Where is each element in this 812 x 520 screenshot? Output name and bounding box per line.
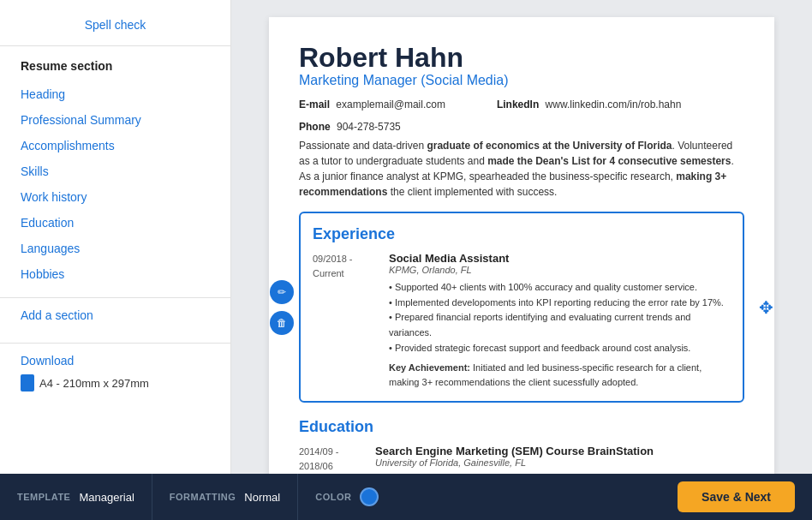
sidebar: Spell check Resume section Heading Profe…	[0, 0, 231, 474]
sidebar-item-professional-summary[interactable]: Professional Summary	[0, 107, 230, 133]
color-picker[interactable]	[360, 487, 379, 506]
color-section: COLOR	[298, 474, 396, 520]
delete-button[interactable]: 🗑	[270, 311, 294, 335]
email-label: E-mail	[299, 99, 330, 111]
job-achievement: Key Achievement: Initiated and led busin…	[389, 361, 731, 389]
resume-section-label: Resume section	[0, 59, 230, 81]
resume-name: Robert Hahn	[299, 43, 744, 73]
spell-check-link[interactable]: Spell check	[85, 18, 146, 32]
edu-gpa: GPA: 4.0 Dean's List for 4 consecutive s…	[375, 471, 744, 474]
resume-summary: Passionate and data-driven graduate of e…	[299, 138, 744, 200]
template-section: TEMPLATE Managerial	[17, 474, 152, 520]
sidebar-item-skills[interactable]: Skills	[0, 158, 230, 184]
phone-contact: Phone 904-278-5735	[299, 121, 401, 133]
experience-heading: Experience	[313, 225, 731, 243]
add-section-link[interactable]: Add a section	[0, 308, 230, 322]
school-name: Search Engine Marketing (SEM) Course Bra…	[375, 445, 744, 457]
education-details: Search Engine Marketing (SEM) Course Bra…	[375, 445, 744, 474]
school-location: University of Florida, Gainesville, FL	[375, 457, 744, 468]
bullet-3: Prepared financial reports identifying a…	[389, 310, 731, 340]
education-date: 2014/09 - 2018/06	[299, 445, 363, 474]
sidebar-item-hobbies[interactable]: Hobbies	[0, 261, 230, 287]
experience-date: 09/2018 - Current	[313, 252, 377, 389]
download-link[interactable]: Download	[0, 354, 230, 368]
job-title: Social Media Assistant	[389, 252, 731, 265]
save-next-button[interactable]: Save & Next	[678, 481, 795, 512]
contact-row-2: Phone 904-278-5735	[299, 121, 744, 133]
phone-value: 904-278-5735	[337, 121, 401, 133]
email-value: examplemail@mail.com	[336, 99, 445, 111]
job-company: KPMG, Orlando, FL	[389, 265, 731, 275]
experience-details: Social Media Assistant KPMG, Orlando, FL…	[389, 252, 731, 389]
page-size-label: A4 - 210mm x 297mm	[39, 377, 149, 390]
phone-label: Phone	[299, 121, 331, 133]
trash-icon: 🗑	[277, 317, 287, 329]
sidebar-item-languages[interactable]: Languages	[0, 236, 230, 261]
resume-job-title: Marketing Manager (Social Media)	[299, 73, 744, 88]
experience-section: ✏ 🗑 Experience 09/2018 - Current Social …	[299, 212, 744, 403]
edit-pencil-button[interactable]: ✏	[270, 280, 294, 304]
sidebar-item-work-history[interactable]: Work history	[0, 184, 230, 210]
linkedin-value: www.linkedin.com/in/rob.hahn	[546, 99, 682, 111]
move-icon[interactable]: ✥	[759, 297, 773, 318]
education-section: Education 2014/09 - 2018/06 Search Engin…	[299, 415, 744, 474]
bottom-toolbar: TEMPLATE Managerial FORMATTING Normal CO…	[0, 474, 812, 520]
linkedin-contact: LinkedIn www.linkedin.com/in/rob.hahn	[497, 99, 681, 111]
color-label: COLOR	[315, 492, 351, 502]
sidebar-item-heading[interactable]: Heading	[0, 81, 230, 107]
bullet-4: Provided strategic forecast support and …	[389, 341, 731, 356]
experience-entry-1: 09/2018 - Current Social Media Assistant…	[313, 252, 731, 389]
bullet-2: Implemented developoments into KPI repor…	[389, 296, 731, 311]
email-contact: E-mail examplemail@mail.com	[299, 99, 445, 111]
sidebar-item-accomplishments[interactable]: Accomplishments	[0, 133, 230, 158]
formatting-value[interactable]: Normal	[244, 491, 280, 504]
job-bullets: Supported 40+ clients with 100% accuracy…	[389, 280, 731, 356]
formatting-section: FORMATTING Normal	[152, 474, 298, 520]
formatting-label: FORMATTING	[170, 492, 236, 502]
resume-area: Robert Hahn Marketing Manager (Social Me…	[231, 0, 812, 474]
linkedin-label: LinkedIn	[497, 99, 539, 111]
education-entry-1: 2014/09 - 2018/06 Search Engine Marketin…	[299, 445, 744, 474]
education-heading: Education	[299, 418, 744, 436]
sidebar-divider-2	[0, 343, 230, 344]
bullet-1: Supported 40+ clients with 100% accuracy…	[389, 280, 731, 296]
sidebar-item-education[interactable]: Education	[0, 210, 230, 236]
pencil-icon: ✏	[278, 286, 286, 298]
spell-check-section: Spell check	[0, 17, 230, 46]
resume-paper: Robert Hahn Marketing Manager (Social Me…	[269, 17, 774, 474]
page-icon	[21, 374, 34, 391]
contact-row-1: E-mail examplemail@mail.com LinkedIn www…	[299, 99, 744, 111]
section-edit-icons: ✏ 🗑	[270, 280, 294, 335]
template-value[interactable]: Managerial	[79, 491, 134, 504]
page-size-info: A4 - 210mm x 297mm	[0, 374, 230, 391]
sidebar-divider-1	[0, 297, 230, 298]
template-label: TEMPLATE	[17, 492, 70, 502]
